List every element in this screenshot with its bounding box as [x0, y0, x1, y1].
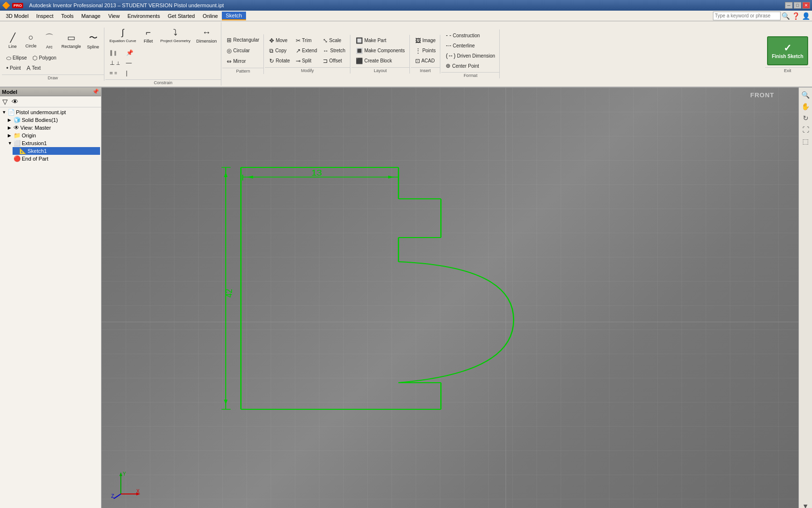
tree-item-sketch1[interactable]: 📐 Sketch1 [13, 147, 100, 155]
extend-button[interactable]: ↗ Extend [293, 46, 319, 56]
sidebar-view-icon[interactable]: 👁 [10, 97, 20, 106]
sidebar-pin-icon[interactable]: 📌 [92, 89, 99, 95]
zoom-window-button[interactable]: ⬚ [801, 136, 810, 147]
driven-dimension-button[interactable]: (↔) Driven Dimension [443, 51, 497, 60]
menu-3d-model[interactable]: 3D Model [2, 12, 32, 20]
right-toolbar: 🔍 ✋ ↻ ⛶ ⬚ ▼ [798, 88, 812, 508]
acad-button[interactable]: ⊡ ACAD [413, 56, 438, 66]
mirror-button[interactable]: ⇔ Mirror [224, 57, 261, 66]
text-button[interactable]: A Text [24, 63, 43, 73]
canvas-area[interactable]: FRONT [102, 88, 798, 508]
modify-label: Modify [265, 67, 349, 74]
rectangle-icon: ▭ [67, 32, 75, 43]
menu-environments[interactable]: Environments [124, 12, 164, 20]
points-button[interactable]: ⋮ Points [413, 46, 438, 56]
split-button[interactable]: ⊸ Split [293, 56, 319, 66]
tree-item-origin[interactable]: ▶ 📁 Origin [7, 132, 100, 139]
equation-curve-button[interactable]: ∫ Equation Curve [107, 23, 139, 47]
trim-button[interactable]: ✂ Trim [293, 36, 319, 45]
stretch-button[interactable]: ↔ Stretch [320, 46, 348, 56]
menu-tools[interactable]: Tools [58, 12, 78, 20]
create-block-button[interactable]: ⬛ Create Block [353, 56, 407, 66]
scale-button[interactable]: ⤡ Scale [320, 36, 348, 45]
user-icon[interactable]: 👤 [802, 12, 810, 20]
constrain-horiz-button[interactable]: — [124, 58, 137, 68]
copy-button[interactable]: ⧉ Copy [267, 46, 292, 56]
finish-sketch-checkmark-icon: ✓ [783, 42, 792, 54]
menu-manage[interactable]: Manage [77, 12, 104, 20]
driven-dimension-icon: (↔) [446, 52, 455, 59]
tree-item-end-of-part[interactable]: 🔴 End of Part [7, 155, 100, 163]
constrain-perp-button[interactable]: ⊥⊥ [107, 58, 123, 68]
menu-get-started[interactable]: Get Started [164, 12, 199, 20]
tree-item-solid-bodies[interactable]: ▶ 🧊 Solid Bodies(1) [7, 116, 100, 124]
make-components-icon: 🔳 [356, 47, 363, 54]
stretch-icon: ↔ [323, 47, 329, 54]
constrain-equal-button[interactable]: == [107, 68, 123, 78]
dimension-button[interactable]: ↔ Dimension [194, 23, 219, 47]
crosshair-horizontal [102, 322, 798, 322]
ellipse-button[interactable]: ⬭ Ellipse [4, 53, 29, 63]
finish-sketch-button[interactable]: ✓ Finish Sketch [767, 36, 808, 65]
zoom-in-button[interactable]: 🔍 [800, 90, 811, 100]
equation-curve-icon: ∫ [122, 28, 124, 38]
constrain-label: Constrain [105, 79, 221, 86]
make-part-button[interactable]: 🔲 Make Part [353, 36, 407, 45]
pan-button[interactable]: ✋ [800, 101, 811, 112]
centerline-button[interactable]: -·- Centerline [443, 41, 497, 50]
image-button[interactable]: 🖼 Image [413, 36, 438, 45]
expand-solid-icon: ▶ [8, 118, 13, 122]
layout-group: 🔲 Make Part 🔳 Make Components ⬛ Create B… [351, 35, 410, 74]
circular-button[interactable]: ◎ Circular [224, 46, 261, 56]
minimize-button[interactable]: ─ [785, 2, 793, 9]
title-text: Autodesk Inventor Professional 2013 – ST… [29, 2, 224, 8]
split-icon: ⊸ [296, 58, 301, 64]
line-button[interactable]: ╱ Line [4, 29, 21, 53]
tree-item-extrusion1[interactable]: ▼ ⬜ Extrusion1 [7, 139, 100, 147]
rectangular-button[interactable]: ⊞ Rectangular [224, 35, 261, 45]
sidebar-filter-icon[interactable]: ▽ [1, 97, 9, 106]
close-button[interactable]: ✕ [802, 2, 810, 9]
center-point-button[interactable]: ⊕ Center Point [443, 61, 497, 71]
polygon-button[interactable]: ⬡ Polygon [30, 53, 58, 63]
constrain-fix-button[interactable]: 📌 [124, 48, 137, 58]
search-icon[interactable]: 🔍 [782, 12, 790, 20]
constrain-vert-button[interactable]: | [124, 68, 137, 78]
make-components-button[interactable]: 🔳 Make Components [353, 46, 407, 56]
sidebar-toolbar: ▽ 👁 [0, 96, 101, 107]
menu-online[interactable]: Online [199, 12, 222, 20]
point-button[interactable]: • Point [4, 63, 23, 73]
move-button[interactable]: ✥ Move [267, 36, 292, 45]
project-geometry-button[interactable]: ⤵ Project Geometry [158, 23, 193, 47]
menu-view[interactable]: View [104, 12, 124, 20]
end-of-part-icon: 🔴 [14, 155, 21, 162]
sketch1-icon: 📐 [19, 148, 27, 154]
expand-origin-icon: ▶ [8, 133, 13, 138]
scroll-down-button[interactable]: ▼ [801, 501, 810, 508]
modify-group: ✥ Move ⧉ Copy ↻ Rotate [265, 35, 350, 74]
exit-label: Exit [765, 67, 810, 74]
rotate-button[interactable]: ↻ Rotate [267, 56, 292, 66]
insert-group: 🖼 Image ⋮ Points ⊡ ACAD Insert [411, 35, 441, 74]
restore-button[interactable]: □ [794, 2, 801, 9]
help-icon[interactable]: ❓ [792, 12, 800, 20]
offset-button[interactable]: ⊐ Offset [320, 56, 348, 66]
menu-sketch[interactable]: Sketch [222, 12, 246, 20]
tree-item-view-master[interactable]: ▶ 👁 View: Master [7, 124, 100, 132]
search-input[interactable] [713, 12, 781, 20]
spline-button[interactable]: 〜 Spline [85, 29, 102, 53]
menu-inspect[interactable]: Inspect [32, 12, 57, 20]
draw-row1: ╱ Line ○ Circle ⌒ Arc ▭ Rectangle [4, 29, 102, 53]
orbit-button[interactable]: ↻ [802, 113, 810, 123]
zoom-all-button[interactable]: ⛶ [801, 124, 810, 135]
circle-button[interactable]: ○ Circle [22, 29, 40, 53]
acad-icon: ⊡ [415, 58, 420, 64]
tree-item-root[interactable]: ▼ 📄 Pistol undermount.ipt [1, 108, 100, 116]
rectangle-button[interactable]: ▭ Rectangle [59, 29, 84, 53]
arc-button[interactable]: ⌒ Arc [41, 29, 58, 53]
fillet-button[interactable]: ⌐ Fillet [140, 23, 157, 47]
construction-button[interactable]: - - Construction [443, 30, 497, 40]
constrain-parallel-button[interactable]: ∥∥ [107, 48, 123, 58]
model-title: Model [2, 89, 17, 95]
titlebar-controls[interactable]: ─ □ ✕ [785, 2, 810, 9]
